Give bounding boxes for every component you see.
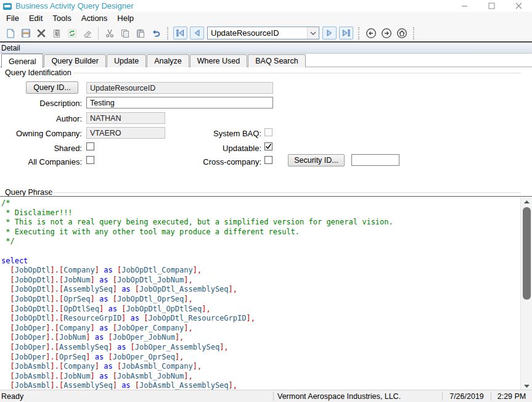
home-icon	[396, 28, 407, 39]
sql-line: * This is not a real query being execute…	[1, 218, 518, 228]
query-phrase-title: Query Phrase	[5, 188, 52, 197]
all-companies-checkbox[interactable]	[86, 156, 94, 164]
cross-company-checkbox[interactable]	[264, 156, 272, 164]
new-button[interactable]	[2, 26, 18, 41]
close-icon[interactable]	[505, 0, 532, 12]
record-selector-value: UpdateResourceID	[208, 28, 307, 38]
scroll-down-icon[interactable]	[521, 382, 532, 390]
chevron-down-icon	[310, 31, 316, 35]
previous-record-icon	[193, 30, 201, 36]
paperclip-icon	[52, 28, 62, 38]
status-time: 2:29 PM	[491, 392, 532, 401]
author-label: Author:	[5, 114, 82, 123]
previous-record-button[interactable]	[190, 27, 204, 39]
toolbar-separator	[98, 27, 99, 39]
new-icon	[6, 28, 15, 38]
maximize-icon[interactable]	[478, 0, 505, 12]
sql-line	[1, 247, 518, 256]
owning-company-field[interactable]: VTAERO	[86, 127, 165, 139]
query-id-field[interactable]: UpdateResourceID	[86, 82, 273, 94]
status-state: Ready	[0, 392, 273, 401]
security-id-field[interactable]	[351, 154, 399, 166]
query-identification-title: Query Identification	[5, 68, 72, 77]
back-icon	[366, 28, 377, 39]
first-record-button[interactable]	[173, 27, 187, 39]
toolbar-grip	[358, 27, 359, 39]
vertical-scrollbar[interactable]	[520, 197, 532, 390]
forward-button[interactable]	[379, 26, 394, 41]
all-companies-label: All Companies:	[5, 157, 82, 166]
clear-button[interactable]	[80, 26, 95, 41]
refresh-button[interactable]	[64, 26, 80, 41]
tab-baq-search[interactable]: BAQ Search	[248, 54, 305, 67]
tab-general[interactable]: General	[1, 54, 43, 68]
cut-button[interactable]	[102, 26, 117, 41]
next-record-icon	[325, 30, 334, 36]
menu-item-file[interactable]: File	[1, 12, 24, 24]
window-title: Business Activity Query Designer	[15, 1, 133, 10]
back-button[interactable]	[363, 26, 379, 41]
next-record-button[interactable]	[322, 27, 337, 39]
menu-item-help[interactable]: Help	[112, 12, 139, 24]
sql-line: [JobOper].[Company] as [JobOper_Company]…	[1, 324, 518, 334]
save-icon	[21, 28, 31, 38]
sql-line: * Executing it with any other tool may p…	[1, 228, 518, 237]
shared-checkbox[interactable]	[86, 142, 94, 150]
delete-button[interactable]	[33, 26, 49, 41]
status-date: 7/26/2019	[443, 392, 491, 401]
save-button[interactable]	[18, 26, 33, 41]
author-field[interactable]: NATHAN	[86, 112, 165, 124]
sql-line: /*	[1, 199, 518, 208]
tab-analyze[interactable]: Analyze	[147, 54, 189, 67]
description-label: Description:	[5, 99, 82, 108]
combo-dropdown-button[interactable]	[307, 27, 319, 39]
paste-icon	[136, 28, 145, 38]
undo-icon	[151, 28, 161, 38]
copy-button[interactable]	[117, 26, 133, 41]
window-controls	[451, 0, 532, 12]
scrollbar-thumb[interactable]	[523, 207, 531, 300]
undo-button[interactable]	[148, 26, 163, 41]
query-phrase-editor[interactable]: /* * Disclaimer!!! * This is not a real …	[0, 196, 532, 390]
tab-where-used[interactable]: Where Used	[190, 54, 247, 67]
record-selector-combobox[interactable]: UpdateResourceID	[207, 27, 319, 39]
sql-line: [JobOpDtl].[OpDtlSeq] as [JobOpDtl_OpDtl…	[1, 305, 518, 314]
menu-bar: FileEditToolsActionsHelp	[0, 12, 532, 25]
menu-item-tools[interactable]: Tools	[47, 12, 76, 24]
eraser-icon	[83, 28, 92, 38]
detail-caption-text: Detail	[1, 44, 20, 52]
description-field[interactable]: Testing	[86, 97, 273, 109]
check-icon	[265, 143, 272, 150]
first-record-icon	[176, 30, 184, 36]
sql-line: select	[1, 256, 518, 266]
home-button[interactable]	[394, 26, 409, 41]
last-record-button[interactable]	[339, 27, 353, 39]
updatable-checkbox[interactable]	[264, 142, 272, 150]
toolbar-grip	[167, 27, 168, 39]
delete-icon	[36, 28, 46, 38]
security-id-button[interactable]: Security ID...	[288, 154, 345, 166]
main-panel: GeneralQuery BuilderUpdateAnalyzeWhere U…	[0, 54, 532, 390]
menu-item-edit[interactable]: Edit	[24, 12, 47, 24]
sql-line: [JobOpDtl].[AssemblySeq] as [JobOpDtl_As…	[1, 285, 518, 295]
group-divider	[51, 192, 521, 193]
menu-item-actions[interactable]: Actions	[76, 12, 113, 24]
attachment-button[interactable]	[49, 26, 64, 41]
group-divider	[73, 73, 521, 73]
scroll-up-icon[interactable]	[521, 197, 532, 206]
copy-icon	[120, 28, 130, 38]
sql-text: /* * Disclaimer!!! * This is not a real …	[1, 199, 518, 390]
minimize-icon[interactable]	[451, 0, 478, 12]
sql-line: */	[1, 237, 518, 247]
status-company: Vermont Aerospace Industries, LLC.	[274, 392, 442, 401]
shared-label: Shared:	[5, 144, 82, 153]
tab-query-builder[interactable]: Query Builder	[44, 54, 105, 67]
system-baq-checkbox[interactable]	[264, 128, 272, 136]
owning-company-label: Owning Company:	[5, 129, 82, 138]
sql-line: * Disclaimer!!!	[1, 208, 518, 218]
app-icon	[3, 3, 12, 10]
query-id-button[interactable]: Query ID...	[26, 81, 78, 94]
tab-strip: GeneralQuery BuilderUpdateAnalyzeWhere U…	[0, 54, 532, 67]
paste-button[interactable]	[133, 26, 148, 41]
tab-update[interactable]: Update	[107, 54, 146, 67]
